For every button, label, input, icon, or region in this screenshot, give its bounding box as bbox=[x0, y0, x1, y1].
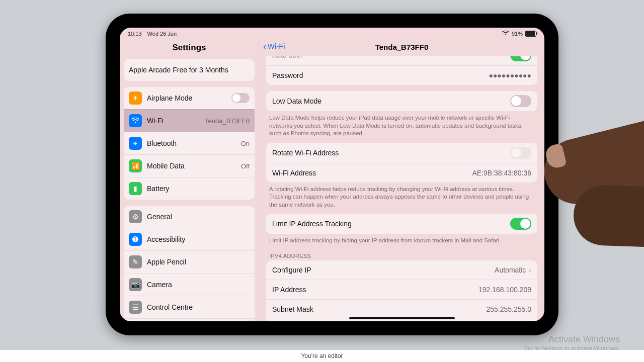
toggles-icon: ☰ bbox=[129, 301, 142, 314]
status-bar: 10:13 Wed 26 Jun 91% bbox=[120, 28, 544, 39]
desk-surface: 10:13 Wed 26 Jun 91% Settings bbox=[0, 0, 644, 362]
accessibility-icon: ➊ bbox=[129, 233, 142, 246]
status-date: Wed 26 Jun bbox=[147, 31, 177, 37]
row-password[interactable]: Password ●●●●●●●●●● bbox=[266, 65, 537, 85]
limit-caption: Limit IP address tracking by hiding your… bbox=[266, 234, 537, 250]
footer-status-bar: You're an editor bbox=[0, 350, 644, 362]
camera-icon: 📷 bbox=[129, 278, 142, 291]
sidebar-item-apple-pencil[interactable]: ✎Apple Pencil bbox=[124, 250, 255, 273]
ipv4-section-label: IPV4 ADDRESS bbox=[266, 250, 537, 260]
sidebar-item-bluetooth[interactable]: ⌖ Bluetooth On bbox=[124, 132, 255, 154]
wifi-nav-icon bbox=[129, 114, 142, 127]
detail-title: Tenda_B73FF0 bbox=[259, 43, 544, 51]
tablet-screen: 10:13 Wed 26 Jun 91% Settings bbox=[120, 28, 544, 321]
sidebar-item-control-centre[interactable]: ☰Control Centre bbox=[124, 296, 255, 318]
row-limit-ip-tracking[interactable]: Limit IP Address Tracking bbox=[266, 214, 537, 234]
sidebar-item-mobile-data[interactable]: 📶 Mobile Data Off bbox=[124, 154, 255, 177]
row-low-data-mode[interactable]: Low Data Mode bbox=[266, 91, 537, 111]
settings-sidebar: Settings Apple Arcade Free for 3 Months … bbox=[120, 39, 259, 321]
ip-address-value: 192.168.100.209 bbox=[478, 286, 531, 294]
sidebar-item-wifi[interactable]: Wi-Fi Tenda_B73FF0 bbox=[124, 109, 255, 132]
sidebar-item-accessibility[interactable]: ➊Accessibility bbox=[124, 228, 255, 250]
sidebar-item-airplane[interactable]: ✈ Airplane Mode bbox=[124, 87, 255, 109]
rotate-address-toggle[interactable] bbox=[510, 147, 531, 159]
battery-pct: 91% bbox=[512, 31, 523, 37]
sidebar-title: Settings bbox=[120, 39, 259, 59]
wifi-icon bbox=[502, 31, 509, 37]
detail-header: ‹Wi-Fi Tenda_B73FF0 bbox=[259, 39, 544, 56]
low-data-caption: Low Data Mode helps reduce your iPad dat… bbox=[266, 111, 537, 143]
tablet-device-frame: 10:13 Wed 26 Jun 91% Settings bbox=[106, 14, 558, 335]
sidebar-item-arcade[interactable]: Apple Arcade Free for 3 Months bbox=[124, 59, 255, 81]
human-finger bbox=[543, 131, 644, 251]
airplane-toggle[interactable] bbox=[231, 93, 250, 103]
sidebar-item-general[interactable]: ⚙General bbox=[124, 206, 255, 228]
auto-join-toggle[interactable] bbox=[510, 56, 531, 61]
bluetooth-icon: ⌖ bbox=[129, 137, 142, 150]
battery-nav-icon: ▮ bbox=[129, 182, 142, 195]
row-ip-address: IP Address 192.168.100.209 bbox=[266, 280, 537, 299]
pencil-icon: ✎ bbox=[129, 255, 142, 268]
subnet-mask-value: 255.255.255.0 bbox=[486, 305, 531, 313]
sidebar-item-display[interactable]: ☀Display & Brightness bbox=[124, 318, 255, 321]
sidebar-item-camera[interactable]: 📷Camera bbox=[124, 273, 255, 296]
row-rotate-wifi-address[interactable]: Rotate Wi-Fi Address bbox=[266, 143, 537, 163]
airplane-icon: ✈ bbox=[129, 92, 142, 105]
row-wifi-address: Wi-Fi Address AE:9B:38:43:80:36 bbox=[266, 163, 537, 183]
low-data-toggle[interactable] bbox=[510, 95, 531, 107]
row-subnet-mask: Subnet Mask 255.255.255.0 bbox=[266, 299, 537, 319]
wifi-detail-pane: ‹Wi-Fi Tenda_B73FF0 Auto-Join Password ●… bbox=[259, 39, 544, 321]
chevron-right-icon: › bbox=[529, 266, 531, 274]
wifi-address-value: AE:9B:38:43:80:36 bbox=[472, 169, 531, 177]
row-configure-ip[interactable]: Configure IP Automatic › bbox=[266, 260, 537, 280]
password-value: ●●●●●●●●●● bbox=[489, 71, 531, 79]
gear-icon: ⚙ bbox=[129, 210, 142, 223]
status-time: 10:13 bbox=[128, 31, 142, 37]
limit-ip-toggle[interactable] bbox=[510, 218, 531, 230]
home-indicator[interactable] bbox=[349, 317, 455, 319]
row-auto-join[interactable]: Auto-Join bbox=[266, 56, 537, 65]
battery-icon bbox=[525, 31, 536, 37]
rotate-caption: A rotating Wi-Fi address helps reduce tr… bbox=[266, 183, 537, 214]
sidebar-item-battery[interactable]: ▮ Battery bbox=[124, 177, 255, 200]
windows-activation-watermark: Activate Windows Go to Settings to activ… bbox=[525, 334, 620, 352]
antenna-icon: 📶 bbox=[129, 159, 142, 172]
